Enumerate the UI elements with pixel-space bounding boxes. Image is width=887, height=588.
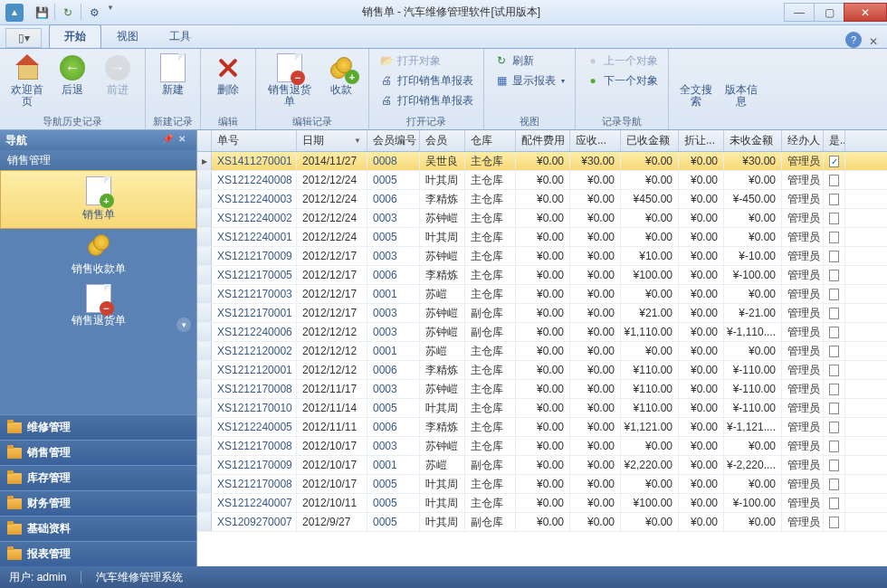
cell-checkbox[interactable] [824,361,845,379]
cell-checkbox[interactable] [824,228,845,246]
cell-member-no[interactable]: 0001 [367,456,420,474]
settings-button[interactable]: ⚙ [85,4,103,22]
cell-no[interactable]: XS1212170001 [212,304,297,322]
cell-no[interactable]: XS1212240008 [212,171,297,189]
cell-no[interactable]: XS1212170009 [212,247,297,265]
cell-checkbox[interactable] [824,209,845,227]
cell-checkbox[interactable] [824,342,845,360]
delete-button[interactable]: 删除 [206,51,250,99]
table-row[interactable]: XS12122400052012/11/110006李精炼主仓库¥0.00¥0.… [197,418,887,437]
cell-checkbox[interactable] [824,513,845,531]
tab-tools[interactable]: 工具 [154,24,206,48]
cell-member-no[interactable]: 0005 [367,228,420,246]
save-button[interactable]: 💾 [33,4,51,22]
cell-member-no[interactable]: 0005 [367,494,420,512]
cell-no[interactable]: XS1212120001 [212,361,297,379]
nav-item-receipt[interactable]: 销售收款单 [0,229,196,280]
next-object-button[interactable]: ● 下一个对象 [581,71,663,90]
show-report-button[interactable]: ▦ 显示报表▾ [490,71,569,90]
nav-item-sales-order[interactable]: + 销售单 [0,170,196,229]
fulltext-search-button[interactable]: 全文搜索 [674,51,718,110]
cell-checkbox[interactable] [824,247,845,265]
table-row[interactable]: XS12122400022012/12/240003苏钟嵦主仓库¥0.00¥0.… [197,209,887,228]
cell-member-no[interactable]: 0008 [367,152,420,170]
cell-no[interactable]: XS1212240005 [212,418,297,436]
tab-start[interactable]: 开始 [49,24,101,48]
cell-member-no[interactable]: 0006 [367,418,420,436]
table-row[interactable]: XS12121700082012/10/170003苏钟嵦主仓库¥0.00¥0.… [197,437,887,456]
table-row[interactable]: XS12121700012012/12/170003苏钟嵦副仓库¥0.00¥0.… [197,304,887,323]
pin-icon[interactable]: 📌 [162,134,175,147]
table-row[interactable]: ▸XS14112700012014/11/270008吴世良主仓库¥0.00¥3… [197,152,887,171]
refresh-button[interactable]: ↻ 刷新 [490,51,569,71]
cell-member-no[interactable]: 0003 [367,209,420,227]
cell-checkbox[interactable] [824,399,845,417]
cell-member-no[interactable]: 0005 [367,399,420,417]
print-report2-button[interactable]: 🖨 打印销售单报表 [375,90,478,110]
table-row[interactable]: XS12122400032012/12/240006李精炼主仓库¥0.00¥0.… [197,190,887,209]
table-row[interactable]: XS12121700102012/11/140005叶其周主仓库¥0.00¥0.… [197,399,887,418]
minimize-button[interactable]: ― [784,3,815,22]
nav-section-header[interactable]: 销售管理 [0,150,196,170]
cell-no[interactable]: XS1209270007 [212,513,297,531]
table-row[interactable]: XS12122400012012/12/240005叶其周主仓库¥0.00¥0.… [197,228,887,247]
cell-checkbox[interactable]: ✓ [824,152,845,170]
mdi-close-icon[interactable]: ✕ [869,35,882,48]
expand-icon[interactable]: ▾ [176,318,191,332]
cell-member-no[interactable]: 0001 [367,342,420,360]
cell-member-no[interactable]: 0005 [367,513,420,531]
cell-checkbox[interactable] [824,494,845,512]
cell-checkbox[interactable] [824,418,845,436]
nav-item-return[interactable]: − 销售退货单 ▾ [0,280,196,337]
collect-button[interactable]: + 收款 [320,51,363,99]
cell-checkbox[interactable] [824,285,845,303]
col-header-is[interactable]: 是... [824,130,845,151]
table-row[interactable]: XS12121700092012/12/170003苏钟嵦主仓库¥0.00¥0.… [197,247,887,266]
cell-no[interactable]: XS1212170008 [212,437,297,455]
nav-cat-repair[interactable]: 维修管理 [0,414,196,440]
col-header-unpaid[interactable]: 未收金额 [724,130,782,151]
col-header-date[interactable]: 日期▼ [297,130,367,151]
cell-no[interactable]: XS1212170008 [212,380,297,398]
nav-cat-finance[interactable]: 财务管理 [0,490,196,516]
qat-dropdown[interactable]: ▼ [107,4,114,22]
version-info-button[interactable]: 版本信息 [720,51,763,110]
close-button[interactable]: ✕ [844,3,887,22]
cell-member-no[interactable]: 0003 [367,323,420,341]
app-menu-button[interactable]: ▯▾ [5,28,42,48]
table-row[interactable]: XS12092700072012/9/270005叶其周副仓库¥0.00¥0.0… [197,513,887,532]
cell-no[interactable]: XS1212170008 [212,475,297,493]
cell-no[interactable]: XS1212240002 [212,209,297,227]
table-row[interactable]: XS12121700052012/12/170006李精炼主仓库¥0.00¥0.… [197,266,887,285]
cell-no[interactable]: XS1212170010 [212,399,297,417]
back-button[interactable]: ← 后退 [51,51,94,99]
nav-cat-sales[interactable]: 销售管理 [0,440,196,465]
cell-member-no[interactable]: 0006 [367,361,420,379]
col-header-warehouse[interactable]: 仓库 [465,130,516,151]
table-row[interactable]: XS12121700082012/11/170003苏钟嵦主仓库¥0.00¥0.… [197,380,887,399]
col-header-member-no[interactable]: 会员编号 [367,130,420,151]
cell-no[interactable]: XS1212240001 [212,228,297,246]
sales-return-button[interactable]: − 销售退货单 [262,51,318,110]
cell-member-no[interactable]: 0001 [367,285,420,303]
col-header-no[interactable]: 单号 [212,130,297,151]
maximize-button[interactable]: ▢ [814,3,844,22]
cell-checkbox[interactable] [824,190,845,208]
cell-no[interactable]: XS1212170003 [212,285,297,303]
refresh-button[interactable]: ↻ [59,4,77,22]
col-header-paid[interactable]: 已收金额 [621,130,679,151]
cell-member-no[interactable]: 0003 [367,247,420,265]
table-row[interactable]: XS12122400072012/10/110005叶其周主仓库¥0.00¥0.… [197,494,887,513]
col-header-receivable[interactable]: 应收... [570,130,621,151]
cell-checkbox[interactable] [824,266,845,284]
cell-no[interactable]: XS1212170009 [212,456,297,474]
print-report1-button[interactable]: 🖨 打印销售单报表 [375,71,478,90]
cell-checkbox[interactable] [824,456,845,474]
cell-member-no[interactable]: 0005 [367,475,420,493]
cell-checkbox[interactable] [824,323,845,341]
help-icon[interactable]: ? [845,32,862,48]
cell-no[interactable]: XS1212240006 [212,323,297,341]
nav-cat-base[interactable]: 基础资料 [0,516,196,541]
col-header-discount[interactable]: 折让... [679,130,724,151]
table-row[interactable]: XS12122400062012/12/120003苏钟嵦副仓库¥0.00¥0.… [197,323,887,342]
